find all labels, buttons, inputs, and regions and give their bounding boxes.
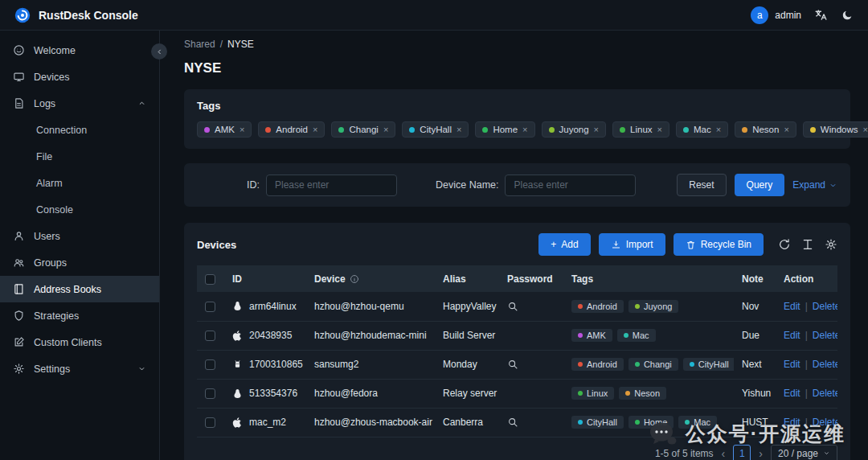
tag-remove-icon[interactable]: × (716, 125, 721, 134)
sidebar-item-custom-clients[interactable]: Custom Clients (0, 329, 159, 355)
app-title: RustDesk Console (39, 9, 138, 22)
delete-link[interactable]: Delete (813, 301, 837, 312)
col-header-note[interactable]: Note (734, 265, 776, 292)
sidebar-item-alarm[interactable]: Alarm (0, 170, 159, 196)
page-number-button[interactable]: 1 (733, 445, 751, 460)
sidebar-item-strategies[interactable]: Strategies (0, 302, 159, 329)
expand-toggle[interactable]: Expand (792, 179, 837, 191)
row-checkbox[interactable] (205, 331, 215, 341)
dark-mode-moon-icon[interactable] (841, 9, 854, 22)
tag-chip[interactable]: Android× (258, 121, 325, 138)
sidebar-item-users[interactable]: Users (0, 223, 159, 249)
row-checkbox[interactable] (205, 302, 215, 312)
row-height-icon[interactable] (801, 238, 814, 251)
page-size-select[interactable]: 20 / page (771, 445, 837, 460)
delete-link[interactable]: Delete (813, 359, 837, 370)
tag-remove-icon[interactable]: × (863, 125, 868, 134)
col-header-alias[interactable]: Alias (435, 265, 499, 292)
view-password-icon[interactable] (507, 301, 555, 312)
col-header-device[interactable]: Device (306, 265, 435, 292)
row-tag: AMK (571, 329, 612, 342)
recycle-bin-button[interactable]: Recycle Bin (674, 233, 764, 256)
tag-chip[interactable]: Mac× (676, 121, 728, 138)
avatar[interactable]: a (751, 6, 768, 24)
sidebar-item-logs[interactable]: Logs (0, 90, 159, 117)
tag-remove-icon[interactable]: × (383, 125, 388, 134)
tag-chip[interactable]: Linux× (612, 121, 669, 138)
delete-link[interactable]: Delete (813, 330, 837, 341)
row-checkbox[interactable] (205, 388, 215, 399)
breadcrumb: Shared / NYSE (184, 39, 850, 50)
linux-icon (232, 301, 243, 311)
device-hostname: hzhou@fedora (306, 379, 435, 408)
tag-chip[interactable]: Changi× (331, 121, 395, 138)
sidebar-item-welcome[interactable]: Welcome (0, 37, 159, 64)
col-header-id[interactable]: ID (224, 265, 306, 292)
reset-button[interactable]: Reset (677, 174, 726, 196)
page-title: NYSE (184, 60, 850, 76)
row-checkbox[interactable] (205, 417, 215, 428)
sidebar-item-file[interactable]: File (0, 143, 159, 170)
table-row[interactable]: mac_m2 hzhou@zhous-macbook-air Canberra … (197, 408, 837, 437)
tag-label: CityHall (420, 125, 452, 134)
col-header-password[interactable]: Password (499, 265, 563, 292)
edit-link[interactable]: Edit (784, 359, 800, 370)
tag-remove-icon[interactable]: × (784, 125, 788, 134)
column-settings-gear-icon[interactable] (825, 238, 837, 251)
delete-link[interactable]: Delete (813, 417, 837, 428)
id-filter-input[interactable] (266, 175, 397, 196)
user-icon (13, 230, 25, 242)
edit-link[interactable]: Edit (784, 417, 800, 428)
sidebar-item-console[interactable]: Console (0, 196, 159, 223)
view-password-icon[interactable] (507, 417, 555, 428)
col-header-tags[interactable]: Tags (563, 265, 734, 292)
tag-remove-icon[interactable]: × (457, 125, 461, 134)
tag-color-dot (578, 391, 583, 396)
sidebar-item-devices[interactable]: Devices (0, 64, 159, 90)
device-note: Next (734, 350, 776, 379)
tag-remove-icon[interactable]: × (313, 125, 317, 134)
table-row[interactable]: 20438935 hzhou@hzhoudemac-mini Build Ser… (197, 321, 837, 350)
sidebar-item-address-books[interactable]: Address Books (0, 276, 159, 302)
tag-color-dot (338, 127, 344, 133)
tag-remove-icon[interactable]: × (240, 125, 244, 134)
import-button[interactable]: Import (599, 233, 665, 256)
sidebar-item-settings[interactable]: Settings (0, 355, 159, 382)
tag-chip[interactable]: Juyong× (542, 121, 607, 138)
refresh-icon[interactable] (778, 238, 791, 251)
row-tag: CityHall (571, 416, 624, 429)
sidebar-item-groups[interactable]: Groups (0, 249, 159, 276)
sidebar-collapse-button[interactable] (151, 43, 167, 60)
breadcrumb-parent[interactable]: Shared (184, 39, 215, 50)
view-password-icon[interactable] (507, 359, 555, 370)
delete-link[interactable]: Delete (813, 388, 837, 399)
tag-remove-icon[interactable]: × (657, 125, 662, 134)
next-page-button[interactable]: › (759, 447, 763, 460)
add-device-button[interactable]: + Add (538, 233, 590, 256)
edit-link[interactable]: Edit (784, 301, 800, 312)
device-alias: Monday (435, 350, 499, 379)
tag-chip[interactable]: Neson× (735, 121, 796, 138)
language-icon[interactable] (814, 8, 828, 22)
edit-link[interactable]: Edit (784, 330, 800, 341)
table-row[interactable]: 513354376 hzhou@fedora Relay server Linu… (197, 379, 837, 408)
row-checkbox[interactable] (205, 359, 215, 370)
tag-chip[interactable]: AMK× (197, 121, 252, 138)
tag-chip[interactable]: Home× (475, 121, 534, 138)
import-download-icon (611, 240, 621, 250)
tag-remove-icon[interactable]: × (522, 125, 527, 134)
tag-remove-icon[interactable]: × (594, 125, 599, 134)
smiley-icon (13, 44, 25, 56)
select-all-checkbox[interactable] (205, 274, 215, 285)
tag-label: Windows (821, 125, 858, 134)
prev-page-button[interactable]: ‹ (722, 447, 726, 460)
user-name[interactable]: admin (775, 10, 801, 21)
edit-link[interactable]: Edit (784, 388, 800, 399)
tag-chip[interactable]: Windows× (803, 121, 868, 138)
device-name-filter-input[interactable] (505, 175, 636, 196)
query-button[interactable]: Query (735, 174, 785, 196)
sidebar-item-connection[interactable]: Connection (0, 117, 159, 143)
table-row[interactable]: 1700310865 sansumg2 Monday Android Chang… (197, 350, 837, 379)
table-row[interactable]: arm64linux hzhou@hzhou-qemu HappyValley … (197, 292, 837, 321)
tag-chip[interactable]: CityHall× (402, 121, 469, 138)
